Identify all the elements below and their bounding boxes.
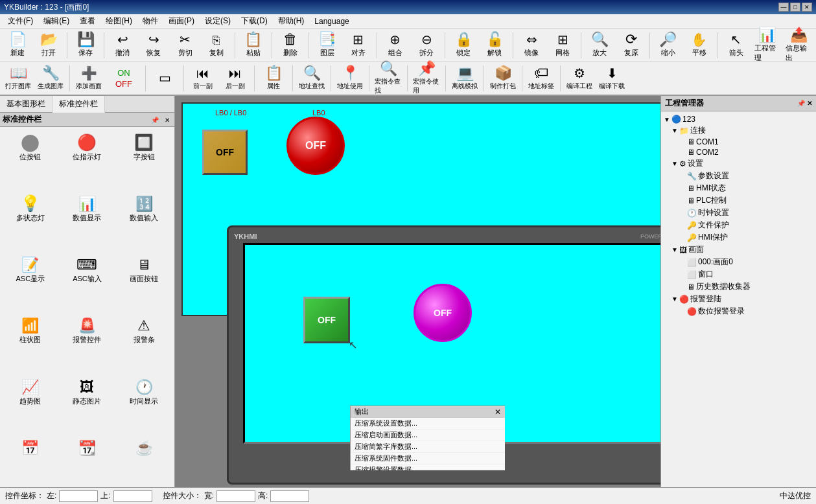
toolbar1-btn-pm[interactable]: 工程管理 <box>752 30 782 60</box>
component-screenbtn[interactable]: 画面按钮 <box>116 251 172 311</box>
tree-arrow-alarm-login[interactable]: ▼ <box>671 295 679 303</box>
width-input[interactable] <box>216 490 255 502</box>
toolbar1-btn-redo[interactable]: 恢复 <box>139 30 169 60</box>
component-alarm-ctrl[interactable]: 报警控件 <box>60 312 115 372</box>
panel-pin-button[interactable]: 📌 <box>149 116 161 124</box>
tree-arrow-root[interactable]: ▼ <box>664 116 671 123</box>
panel-close-button[interactable]: ✕ <box>163 116 172 124</box>
toolbar2-btn-add-screen[interactable]: 添加画面 <box>73 63 104 93</box>
toolbar1-btn-pan[interactable]: 平移 <box>684 30 714 60</box>
toolbar1-btn-restore[interactable]: 复原 <box>616 30 646 60</box>
component-time[interactable]: 时间显示 <box>116 374 172 433</box>
toolbar1-btn-disassemble[interactable]: 拆分 <box>412 30 441 60</box>
tree-arrow-screen[interactable]: ▼ <box>671 246 679 253</box>
toolbar1-btn-open[interactable]: 打开 <box>34 30 64 60</box>
component-static-img[interactable]: 静态图片 <box>60 374 115 433</box>
tree-item-param[interactable]: 🔧 参数设置 <box>664 170 813 182</box>
maximize-button[interactable]: □ <box>790 3 800 12</box>
component-indicator[interactable]: 位指示灯 <box>60 130 115 189</box>
component-trend[interactable]: 趋势图 <box>3 374 58 433</box>
toolbar1-btn-copy[interactable]: 复制 <box>202 30 231 60</box>
component-ascinput[interactable]: ASC输入 <box>60 251 115 311</box>
tree-item-root[interactable]: ▼ 🔵 123 <box>664 114 813 124</box>
menu-item-edit[interactable]: 编辑(E) <box>38 14 75 28</box>
toolbar2-btn-package[interactable]: 制作打包 <box>487 63 519 93</box>
component-alarm-bar[interactable]: 报警条 <box>116 312 172 372</box>
tree-item-screen[interactable]: ▼ 🖼 画面 <box>664 244 813 256</box>
toolbar2-btn-addr-find[interactable]: 地址查找 <box>296 63 327 93</box>
tree-item-settings[interactable]: ▼ ⚙ 设置 <box>664 157 813 170</box>
toolbar1-btn-undo[interactable]: 撤消 <box>108 30 137 60</box>
toolbar2-btn-macro-find[interactable]: 宏指令查找 <box>373 63 404 93</box>
component-cup[interactable] <box>116 435 172 485</box>
height-input[interactable] <box>270 490 309 502</box>
tree-arrow-connect[interactable]: ▼ <box>671 127 679 134</box>
tree-item-connect[interactable]: ▼ 📁 连接 <box>664 124 813 137</box>
tree-item-history[interactable]: 🖥 历史数据收集器 <box>664 281 813 293</box>
menu-item-view[interactable]: 查看 <box>75 14 100 28</box>
tree-item-screen0[interactable]: ⬜ 000:画面0 <box>664 256 813 268</box>
toolbar1-btn-paste[interactable]: 粘贴 <box>239 30 268 60</box>
component-calendar2[interactable] <box>60 435 115 485</box>
panel-tab-basic[interactable]: 基本图形栏 <box>0 96 52 112</box>
tree-arrow-settings[interactable]: ▼ <box>671 160 679 167</box>
component-calendar[interactable] <box>3 435 58 485</box>
minimize-button[interactable]: — <box>778 3 789 12</box>
toolbar2-btn-addr-label[interactable]: 地址标签 <box>526 63 557 93</box>
menu-item-draw[interactable]: 绘图(H) <box>100 14 137 28</box>
toolbar2-btn-dl-compile[interactable]: 编译下载 <box>596 63 627 93</box>
toolbar1-btn-export[interactable]: 信息输出 <box>784 30 813 60</box>
toolbar1-btn-arrow[interactable]: 箭头 <box>721 30 751 60</box>
component-multistate[interactable]: 多状态灯 <box>3 190 58 250</box>
toolbar1-btn-grid[interactable]: 网格 <box>548 30 577 60</box>
log-close-button[interactable]: ✕ <box>495 407 501 417</box>
hmi-square-btn[interactable]: OFF <box>303 297 350 343</box>
menu-item-help[interactable]: 帮助(H) <box>273 14 310 28</box>
tree-item-plcctrl[interactable]: 🖥 PLC控制 <box>664 194 813 207</box>
menu-item-language[interactable]: Language <box>309 16 354 27</box>
component-pushbtn[interactable]: 位按钮 <box>3 130 58 189</box>
design-canvas-circle-btn[interactable]: OFF <box>286 117 345 175</box>
toolbar1-btn-layer[interactable]: 图层 <box>312 30 342 60</box>
toolbar1-btn-zoom-in[interactable]: 放大 <box>585 30 614 60</box>
right-panel-close[interactable]: ✕ <box>807 100 812 107</box>
toolbar1-btn-align[interactable]: 对齐 <box>344 30 373 60</box>
menu-item-file[interactable]: 文件(F) <box>3 14 38 28</box>
toolbar1-btn-zoom-out[interactable]: 缩小 <box>653 30 683 60</box>
component-bar[interactable]: 柱状图 <box>3 312 58 372</box>
toolbar2-btn-gen-lib[interactable]: 生成图库 <box>35 63 66 93</box>
toolbar1-btn-save[interactable]: 保存 <box>71 30 100 60</box>
panel-tab-standard[interactable]: 标准控件栏 <box>52 96 105 113</box>
tree-item-com2[interactable]: 🖥 COM2 <box>664 147 813 157</box>
toolbar1-btn-unlock[interactable]: 解锁 <box>480 30 509 60</box>
menu-item-screen[interactable]: 画面(P) <box>163 14 200 28</box>
component-ascdisp[interactable]: ASC显示 <box>3 251 58 311</box>
toolbar2-btn-next[interactable]: 后一副 <box>220 63 251 93</box>
component-textbtn[interactable]: 字按钮 <box>116 130 172 189</box>
tree-item-num-alarm[interactable]: 🔴 数位报警登录 <box>664 305 813 317</box>
left-input[interactable] <box>59 490 98 502</box>
tree-item-timeset[interactable]: 🕐 时钟设置 <box>664 207 813 219</box>
menu-item-download[interactable]: 下载(D) <box>236 14 273 28</box>
tree-item-hmistate[interactable]: 🖥 HMI状态 <box>664 182 813 194</box>
component-numinput[interactable]: 数值输入 <box>116 190 172 250</box>
component-numdisp[interactable]: 数值显示 <box>60 190 115 250</box>
close-button[interactable]: ✕ <box>802 3 812 12</box>
toolbar2-btn-rect[interactable] <box>149 63 180 93</box>
toolbar2-btn-macro-use[interactable]: 宏指令使用 <box>411 63 442 93</box>
toolbar1-btn-lock[interactable]: 锁定 <box>449 30 478 60</box>
toolbar1-btn-delete[interactable]: 删除 <box>275 30 305 60</box>
tree-item-hmiprot[interactable]: 🔑 HMI保护 <box>664 231 813 244</box>
tree-item-com1[interactable]: 🖥 COM1 <box>664 137 813 147</box>
tree-item-window[interactable]: ⬜ 窗口 <box>664 268 813 281</box>
menu-item-object[interactable]: 物件 <box>137 14 163 28</box>
toolbar2-btn-open-lib[interactable]: 打开图库 <box>3 63 34 93</box>
hmi-circle-btn[interactable]: OFF <box>414 284 472 342</box>
menu-item-setting[interactable]: 设定(S) <box>200 14 236 28</box>
toolbar1-btn-mirror[interactable]: 镜像 <box>517 30 546 60</box>
toolbar2-btn-addr-use[interactable]: 地址使用 <box>334 63 366 93</box>
top-input[interactable] <box>113 490 152 502</box>
toolbar1-btn-combine[interactable]: 组合 <box>380 30 410 60</box>
toolbar2-btn-compile[interactable]: 编译工程 <box>564 63 595 93</box>
toolbar2-onoff-btn[interactable]: ONOFF <box>106 63 142 93</box>
